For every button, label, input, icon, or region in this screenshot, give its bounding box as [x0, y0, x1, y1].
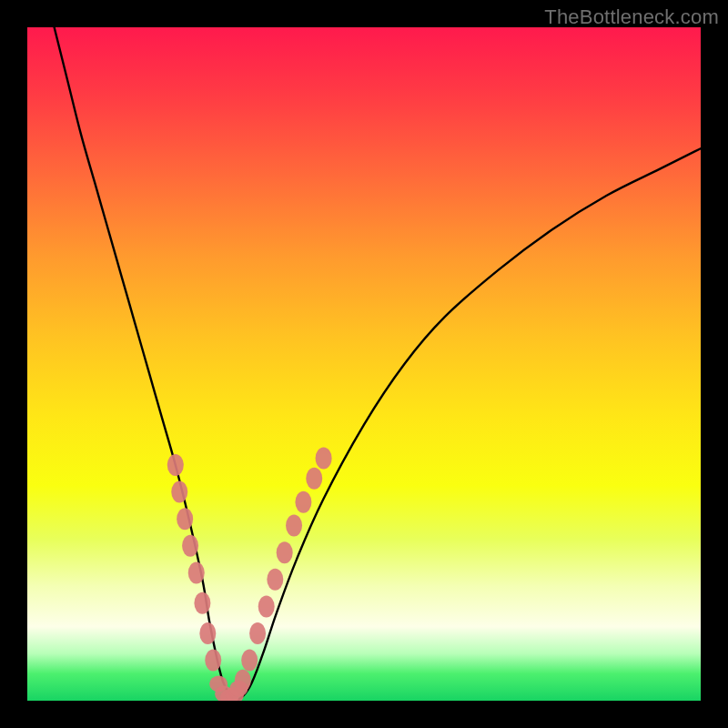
marker-group-right	[235, 448, 332, 692]
marker-dot	[167, 454, 184, 476]
marker-group-left	[167, 454, 221, 672]
watermark-label: TheBottleneck.com	[544, 5, 719, 29]
marker-dot	[199, 622, 216, 644]
marker-dot	[295, 491, 311, 513]
chart-svg	[27, 27, 701, 701]
plot-area	[27, 27, 701, 701]
marker-dot	[171, 481, 187, 503]
marker-dot	[316, 448, 332, 470]
marker-dot	[182, 535, 198, 557]
marker-dot	[267, 569, 283, 591]
chart-frame: TheBottleneck.com	[0, 0, 728, 728]
marker-dot	[277, 541, 293, 563]
marker-dot	[249, 622, 266, 644]
bottleneck-curve	[55, 27, 701, 701]
marker-dot	[241, 650, 258, 672]
marker-dot	[205, 650, 221, 672]
marker-dot	[286, 515, 302, 537]
marker-dot	[177, 508, 193, 530]
marker-dot	[258, 595, 275, 617]
marker-dot	[188, 561, 205, 583]
marker-dot	[306, 468, 322, 490]
marker-dot	[229, 681, 248, 697]
marker-dot	[194, 592, 210, 614]
